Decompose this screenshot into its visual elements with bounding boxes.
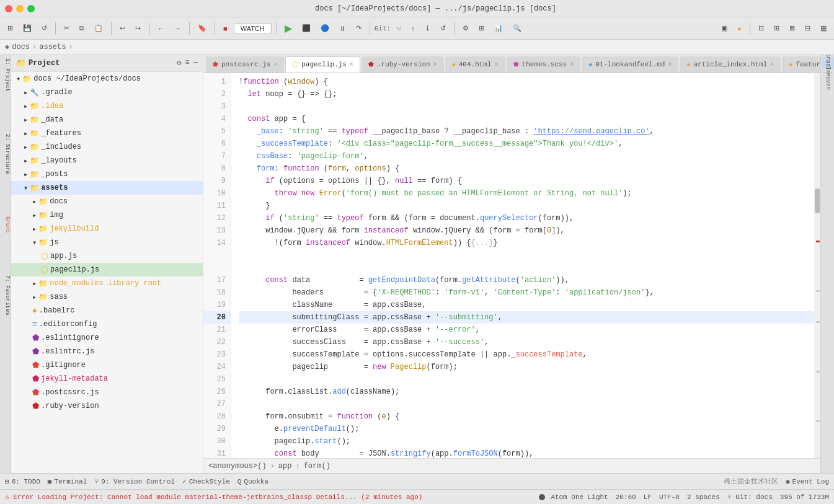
toolbar-redo-btn[interactable]: ↪ [131,21,144,36]
sidebar-project-label[interactable]: 1: Project [1,57,11,93]
tree-root[interactable]: ▾ 📁 docs ~/IdeaProjects/docs [11,72,203,86]
toolbar-tools1[interactable]: ⊡ [755,21,768,36]
sidebar-structure-label[interactable]: 2: Structure [1,133,11,175]
breadcrumb-docs[interactable]: docs [12,43,30,51]
toolbar-tools3[interactable]: ⊠ [786,21,799,36]
tab-postcssrc-close[interactable]: × [273,61,277,68]
toolbar-search[interactable]: 🔍 [509,21,525,36]
status-error-text[interactable]: Error Loading Project: Cannot load modul… [13,493,422,501]
window-controls[interactable] [5,5,35,12]
code-editor[interactable]: 1 2 3 4 5 6 7 8 9 10 11 12 13 14 17 18 1… [203,73,820,458]
btn-vcs[interactable]: ⑂ 9: Version Control [94,478,175,485]
maximize-button[interactable] [27,5,35,12]
tree-item-img[interactable]: ▸ 📁 img [11,208,203,222]
toolbar-step-over[interactable]: ↷ [352,21,365,36]
tab-feature[interactable]: ◈ feature.html × [782,56,820,73]
toolbar-copy-btn[interactable]: ⧉ [76,21,88,36]
tree-item-editorconfig[interactable]: ≡ .editorconfig [11,317,203,331]
watch-button[interactable]: WATCH [234,23,272,34]
toolbar-debug-stop[interactable]: ■ [220,21,231,36]
tree-item-assets[interactable]: ▾ 📁 assets [11,181,203,195]
tree-item-features[interactable]: ▸ 📁 _features [11,126,203,140]
scrollbar-thumb[interactable] [815,188,820,213]
tree-item-nodemodules[interactable]: ▸ 📁 node_modules library root [11,276,203,290]
tab-postcssrc[interactable]: ⬟ postcssrc.js × [206,56,284,73]
sidebar-grunt-label[interactable]: Grunt [1,215,11,234]
run-button[interactable]: ▶ [281,21,296,36]
status-theme[interactable]: Atom One Light [539,493,608,501]
rs-maven[interactable]: Maven [822,75,834,87]
toolbar-back-btn[interactable]: ← [154,21,168,36]
toolbar-layout-btn[interactable]: ▣ [717,21,731,36]
git-push-btn[interactable]: ↑ [407,21,419,36]
tree-item-idea[interactable]: ▸ 📁 .idea [11,99,203,113]
toolbar-sync-btn[interactable]: ↺ [38,21,51,36]
tree-item-eslintignore[interactable]: ⬟ .eslintignore [11,331,203,345]
rs-gradle[interactable]: Gradle [822,57,834,69]
toolbar-bookmark-btn[interactable]: 🔖 [194,21,210,36]
tab-404[interactable]: ◈ 404.html × [445,56,505,73]
toolbar-cut-btn[interactable]: ✂ [60,21,73,36]
edbr-anon[interactable]: <anonymous>() [208,462,267,471]
toolbar-forward-btn[interactable]: → [171,21,185,36]
tab-pageclip-close[interactable]: × [350,61,353,68]
btn-checkstyle[interactable]: ✓ CheckStyle [182,477,230,485]
toolbar-paste-btn[interactable]: 📋 [91,21,107,36]
edbr-app[interactable]: app [278,462,292,471]
edbr-form[interactable]: form() [304,462,330,471]
scrollbar-track[interactable] [814,73,820,458]
close-button[interactable] [5,5,12,12]
tab-pageclip[interactable]: ⬡ pageclip.js × [285,56,360,73]
tab-themes[interactable]: ⬟ themes.scss × [507,56,581,73]
minimize-button[interactable] [16,5,24,12]
sidebar-favorites-label[interactable]: 7: Favorites [1,274,11,317]
tab-404-close[interactable]: × [495,61,499,68]
tree-item-appjs[interactable]: ⬡ app.js [11,249,203,263]
btn-event-log[interactable]: ◉ Event Log [786,477,829,485]
btn-terminal[interactable]: ▣ Terminal [48,477,87,485]
tree-item-js[interactable]: ▾ 📁 js [11,236,203,249]
tab-lookandfeel[interactable]: ◈ 01-lookandfeel.md × [582,56,678,73]
git-revert-btn[interactable]: ↺ [437,21,450,36]
tree-item-sass[interactable]: ▸ 📁 sass [11,290,203,304]
tree-item-posts[interactable]: ▸ 📁 _posts [11,167,203,181]
tab-articleindex[interactable]: ◈ article_index.html × [680,56,781,73]
tree-item-jekyllbuild[interactable]: ▸ 📁 jekyllbuild [11,222,203,236]
status-position[interactable]: 20:60 [616,493,636,501]
toolbar-tools2[interactable]: ⊞ [770,21,783,36]
tab-lookandfeel-close[interactable]: × [668,61,672,68]
tab-themes-close[interactable]: × [570,61,574,68]
tree-item-data[interactable]: ▸ 📁 _data [11,113,203,126]
status-encoding[interactable]: UTF-8 [659,493,680,501]
tree-item-pageclipjs[interactable]: ⬡ pageclip.js [11,263,203,276]
toolbar-save-btn[interactable]: 💾 [19,21,35,36]
tree-item-eslintrc[interactable]: ⬟ .eslintrc.js [11,345,203,358]
tree-item-rubyversion[interactable]: ⬟ .ruby-version [11,399,203,413]
git-fetch-btn[interactable]: ⤓ [421,21,434,36]
toolbar-notification[interactable]: ● [734,21,745,36]
tree-item-jekyllmeta[interactable]: ⬟ jekyll-metadata [11,372,203,386]
toolbar-project-icon[interactable]: ⊞ [4,21,17,36]
tab-rubyversion[interactable]: ⬟ .ruby-version × [362,56,444,73]
tree-item-babelrc[interactable]: ● .babelrc [11,304,203,317]
toolbar-coverage-btn[interactable]: 🔵 [317,21,333,36]
status-indent[interactable]: 2 spaces [687,493,720,501]
panel-gear-icon[interactable]: ≡ [185,58,190,68]
code-content[interactable]: !function (window) { let noop = {} => {}… [231,73,820,458]
tree-item-gradle[interactable]: ▸ 🔧 .gradle [11,86,203,99]
tree-item-postcssrc[interactable]: ⬟ .postcssrc.js [11,386,203,399]
stop-button[interactable]: ⬛ [298,21,314,36]
breadcrumb-assets[interactable]: assets [39,43,66,51]
status-lineending[interactable]: LF [644,493,652,501]
tab-articleindex-close[interactable]: × [770,61,774,68]
toolbar-tools4[interactable]: ⊟ [801,21,814,36]
toolbar-extra2[interactable]: 📊 [490,21,507,36]
toolbar-step-btn[interactable]: ⏸ [335,21,350,36]
tree-item-includes[interactable]: ▸ 📁 _includes [11,140,203,154]
tree-item-gitignore[interactable]: ⬟ .gitignore [11,358,203,372]
toolbar-extra1[interactable]: ⊞ [475,21,488,36]
tree-item-layouts[interactable]: ▸ 📁 _layouts [11,154,203,167]
toolbar-tools5[interactable]: ▦ [817,21,830,36]
panel-minimize-icon[interactable]: — [193,58,198,68]
btn-todo[interactable]: ⊟ 6: TODO [5,477,40,485]
